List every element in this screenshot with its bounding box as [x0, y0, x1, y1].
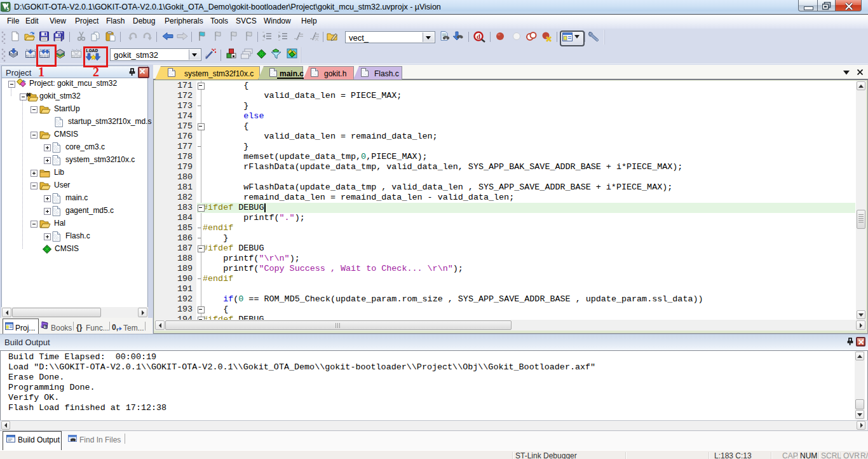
svg-text:?: ?: [44, 325, 46, 329]
svg-text:5: 5: [7, 7, 10, 11]
svg-text:d: d: [477, 32, 480, 40]
